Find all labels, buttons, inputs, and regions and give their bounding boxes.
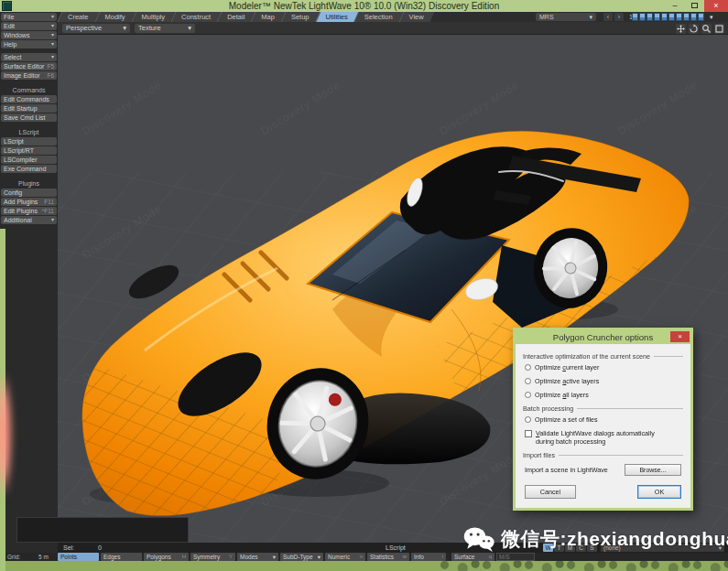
pan-icon[interactable] xyxy=(676,24,686,34)
dialog-close-button[interactable]: × xyxy=(670,331,690,342)
svg-text:Discovery Mode: Discovery Mode xyxy=(258,79,342,138)
config-button[interactable]: Config xyxy=(1,189,57,197)
view-mode-dropdown[interactable]: Perspective ▾ xyxy=(62,24,130,33)
layer-box[interactable] xyxy=(676,13,682,21)
exe-command-button[interactable]: Exe Command xyxy=(1,165,57,173)
layer-box[interactable] xyxy=(639,13,646,21)
menu-help[interactable]: Help▾ xyxy=(1,40,57,48)
save-cmd-list-button[interactable]: Save Cmd List xyxy=(1,113,57,122)
group-interactive-optimization: Interactive optimization of the current … xyxy=(523,352,683,361)
radio-optimize-active-layers[interactable]: Optimize active layers xyxy=(525,377,683,385)
zoom-icon[interactable] xyxy=(701,24,712,34)
select-button[interactable]: Select▾ xyxy=(1,53,57,61)
radio-icon xyxy=(525,364,531,371)
edges-mode-button[interactable]: Edges xyxy=(101,553,142,561)
layer-box[interactable] xyxy=(683,13,690,21)
lscript-button[interactable]: LScript xyxy=(1,137,57,145)
rotate-icon[interactable] xyxy=(689,24,699,34)
wechat-icon xyxy=(462,525,495,553)
group-import-files: Import files xyxy=(523,451,683,459)
app-icon xyxy=(2,1,12,11)
tab-view[interactable]: View xyxy=(401,12,432,22)
edit-plugins-button[interactable]: Edit Plugins^F11 xyxy=(1,207,57,215)
layer-box[interactable] xyxy=(668,13,675,21)
tab-setup[interactable]: Setup xyxy=(283,12,318,22)
layer-box[interactable] xyxy=(690,13,697,21)
tab-detail[interactable]: Detail xyxy=(219,12,253,22)
tab-utilities[interactable]: Utilities xyxy=(318,12,356,22)
cancel-button[interactable]: Cancel xyxy=(525,485,576,499)
sel-value: 0 xyxy=(98,543,102,553)
radio-icon xyxy=(525,392,531,398)
layer-box[interactable] xyxy=(647,13,653,21)
window-title: Modeler™ NewTek LightWave 10® 10.0 (Win3… xyxy=(229,0,499,12)
title-bar[interactable]: Modeler™ NewTek LightWave 10® 10.0 (Win3… xyxy=(0,0,728,12)
menu-file[interactable]: File▾ xyxy=(1,13,57,21)
menu-windows[interactable]: Windows▾ xyxy=(1,31,57,39)
layer-box[interactable] xyxy=(654,13,660,21)
points-mode-button[interactable]: Points xyxy=(58,553,99,561)
additional-button[interactable]: Additional▾ xyxy=(1,216,57,224)
wechat-watermark: 微信号:zhexiangdonghua xyxy=(462,525,728,553)
ok-button[interactable]: OK xyxy=(637,485,681,499)
edit-commands-button[interactable]: Edit Commands xyxy=(1,95,57,103)
fit-view-icon[interactable] xyxy=(714,24,724,34)
minimize-button[interactable]: – xyxy=(666,0,684,12)
tab-selection[interactable]: Selection xyxy=(356,12,401,22)
layer-box[interactable] xyxy=(698,13,704,21)
maximize-icon xyxy=(691,3,698,8)
surface-name-field[interactable] xyxy=(496,553,535,561)
numeric-button[interactable]: Numericn xyxy=(325,553,365,561)
svg-text:Discovery Mode: Discovery Mode xyxy=(80,79,164,138)
chevron-down-icon: ▾ xyxy=(589,13,592,21)
info-button[interactable]: Infoi xyxy=(411,553,446,561)
chevron-down-icon: ▾ xyxy=(51,13,54,21)
checkbox-validate-dialogs[interactable]: Validate LightWave dialogs automatically… xyxy=(525,429,683,446)
edit-startup-button[interactable]: Edit Startup xyxy=(1,104,57,113)
chevron-down-icon: ▾ xyxy=(273,553,276,561)
pink-smudge xyxy=(0,371,12,499)
subd-type-dropdown[interactable]: SubD-Type▾ xyxy=(280,553,323,561)
viewport-nav-icons xyxy=(676,24,724,34)
layer-box[interactable] xyxy=(632,13,638,21)
tab-multiply[interactable]: Multiply xyxy=(134,12,173,22)
next-layer-button[interactable]: › xyxy=(614,13,624,21)
maximize-button[interactable] xyxy=(684,0,704,12)
menu-edit[interactable]: Edit▾ xyxy=(1,22,57,30)
layer-dropdown-icon[interactable]: ▾ xyxy=(710,13,713,21)
tab-construct[interactable]: Construct xyxy=(173,12,219,22)
section-commands: Commands xyxy=(0,87,58,94)
lscompiler-button[interactable]: LSCompiler xyxy=(1,156,57,164)
layer-box[interactable] xyxy=(661,13,668,21)
polygon-cruncher-dialog[interactable]: Polygon Cruncher options × Interactive o… xyxy=(513,328,693,511)
statistics-button[interactable]: Statisticsw xyxy=(367,553,409,561)
tab-modify[interactable]: Modify xyxy=(97,12,134,22)
prev-layer-button[interactable]: ‹ xyxy=(603,13,613,21)
grid-label: Grid: xyxy=(7,553,20,561)
svg-text:Discovery Mode: Discovery Mode xyxy=(437,79,521,138)
preset-dropdown[interactable]: MRS ▾ xyxy=(536,13,596,21)
surface-button[interactable]: Surfaceq xyxy=(451,553,494,561)
lscript-rt-button[interactable]: LScript/RT xyxy=(1,146,57,155)
add-plugins-button[interactable]: Add PluginsF11 xyxy=(1,198,57,206)
tab-map[interactable]: Map xyxy=(253,12,283,22)
shading-mode-dropdown[interactable]: Texture ▾ xyxy=(135,24,195,33)
polygons-mode-button[interactable]: PolygonsH xyxy=(144,553,189,561)
tab-create[interactable]: Create xyxy=(60,12,97,22)
modes-dropdown[interactable]: Modes▾ xyxy=(237,553,278,561)
radio-optimize-set-of-files[interactable]: Optimize a set of files xyxy=(525,415,683,424)
image-editor-button[interactable]: Image EditorF6 xyxy=(1,71,57,80)
symmetry-button[interactable]: SymmetryY xyxy=(190,553,235,561)
wechat-id-text: 微信号:zhexiangdonghua xyxy=(501,526,728,552)
surface-editor-button[interactable]: Surface EditorF5 xyxy=(1,62,57,70)
chevron-down-icon: ▾ xyxy=(51,40,54,48)
sel-label: Sel: xyxy=(63,543,74,553)
info-readout-panel xyxy=(16,517,189,543)
close-button[interactable]: × xyxy=(704,0,728,12)
dialog-title-bar[interactable]: Polygon Cruncher options × xyxy=(516,330,690,344)
radio-optimize-all-layers[interactable]: Optimize all layers xyxy=(525,391,683,399)
radio-optimize-current-layer[interactable]: Optimize current layer xyxy=(525,363,683,372)
bottom-border-texture xyxy=(440,561,728,571)
browse-button[interactable]: Browse... xyxy=(625,464,681,476)
chevron-down-icon: ▾ xyxy=(318,553,321,561)
